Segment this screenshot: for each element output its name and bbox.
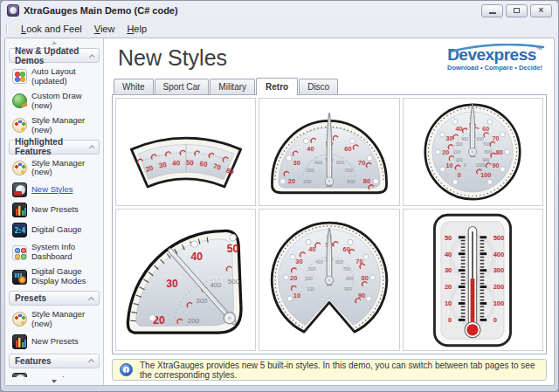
sidebar-item-system-info-dashboard[interactable]: System Info Dashboard — [5, 240, 103, 265]
minimize-button[interactable] — [481, 4, 503, 17]
svg-text:0: 0 — [464, 163, 466, 168]
sidebar-item-label: New Styles — [31, 185, 101, 195]
svg-text:80: 80 — [363, 177, 370, 185]
svg-text:60: 60 — [344, 145, 351, 153]
sidebar-item-label: New Presets — [31, 337, 101, 347]
svg-text:700: 700 — [342, 266, 350, 272]
svg-text:400: 400 — [461, 137, 468, 141]
svg-text:300: 300 — [308, 266, 316, 272]
svg-text:100: 100 — [307, 285, 314, 291]
svg-text:80: 80 — [362, 274, 369, 282]
navigation-sidebar: New & Updated DemosAuto Layout (updated)… — [5, 38, 104, 385]
auto-layout-icon — [12, 69, 27, 84]
nav-header-highlighted-features[interactable]: Highlighted Features — [9, 140, 100, 155]
svg-text:300: 300 — [196, 297, 208, 305]
sidebar-item-custom-draw-new[interactable]: Custom Draw (new) — [5, 89, 103, 113]
style-manager-icon — [12, 118, 27, 133]
sidebar-item-label: Style Manager (new) — [31, 116, 101, 135]
scroll-down-icon — [52, 380, 57, 383]
logo-swoosh-icon — [449, 44, 545, 52]
svg-text:800: 800 — [348, 179, 355, 184]
tab-retro[interactable]: Retro — [256, 78, 298, 95]
gauge-cell-thermometer-gauge: 001010020200303004040050500 — [403, 209, 543, 351]
new-presets-icon — [12, 203, 27, 217]
svg-text:30: 30 — [445, 266, 452, 274]
system-info-icon — [12, 245, 27, 260]
close-icon: × — [539, 6, 544, 15]
svg-text:0: 0 — [448, 316, 452, 324]
menu-item-view[interactable]: View — [88, 22, 121, 36]
svg-text:50: 50 — [186, 159, 195, 167]
maximize-icon — [514, 8, 520, 13]
svg-text:600: 600 — [336, 160, 344, 165]
menu-bar: Look and FeelViewHelp — [1, 20, 558, 38]
svg-text:300: 300 — [456, 142, 463, 147]
maximize-button[interactable] — [506, 4, 528, 17]
svg-text:800: 800 — [346, 276, 354, 281]
sidebar-item-digital-gauge-display-modes[interactable]: Digital Gauge Display Modes — [5, 265, 103, 289]
title-bar: XtraGauges Main Demo (C# code) × — [1, 1, 558, 20]
circular-gauge: 0102030405060708090100010020030040050060… — [407, 99, 538, 205]
svg-text:30: 30 — [293, 159, 300, 167]
logo-tagline: Download • Compare • Decide! — [447, 65, 542, 72]
svg-text:70: 70 — [358, 159, 365, 167]
minimize-icon — [489, 12, 496, 14]
app-window: XtraGauges Main Demo (C# code) × Look an… — [0, 0, 559, 392]
sidebar-item-new-presets[interactable]: New Presets — [5, 332, 103, 352]
svg-text:400: 400 — [314, 160, 322, 165]
tab-sport-car[interactable]: Sport Car — [155, 79, 210, 94]
digital-modes-icon — [12, 270, 27, 285]
svg-text:20: 20 — [445, 283, 452, 291]
svg-text:30: 30 — [166, 278, 178, 290]
sidebar-item-new-styles[interactable]: New Styles — [5, 370, 103, 377]
sidebar-item-style-manager-new[interactable]: Style Manager (new) — [5, 156, 103, 181]
info-text: The XtraGauges provides new 5 built-in s… — [140, 361, 539, 380]
svg-text:400: 400 — [315, 259, 323, 265]
sidebar-scroll-up[interactable] — [5, 38, 103, 46]
svg-text:600: 600 — [477, 137, 484, 141]
new-styles-icon — [12, 182, 27, 197]
nav-header-presets[interactable]: Presets — [9, 291, 100, 306]
sidebar-item-label: Digital Gauge Display Modes — [31, 267, 101, 286]
tab-disco[interactable]: Disco — [299, 79, 338, 94]
new-presets-icon — [12, 334, 27, 349]
svg-text:300: 300 — [306, 168, 314, 173]
sidebar-item-new-styles[interactable]: New Styles — [5, 180, 103, 200]
sidebar-item-style-manager-new[interactable]: Style Manager (new) — [5, 307, 103, 332]
close-button[interactable]: × — [530, 4, 552, 17]
sidebar-item-style-manager-new[interactable]: Style Manager (new) — [5, 113, 103, 138]
tab-military[interactable]: Military — [210, 79, 255, 94]
svg-text:40: 40 — [190, 251, 203, 263]
style-tabs: WhiteSport CarMilitaryRetroDisco — [114, 78, 547, 94]
sidebar-item-auto-layout-updated[interactable]: Auto Layout (updated) — [5, 65, 103, 89]
svg-text:20: 20 — [290, 274, 297, 282]
sidebar-item-new-presets[interactable]: New Presets — [5, 200, 103, 220]
svg-text:0: 0 — [458, 171, 461, 179]
menu-item-look-and-feel[interactable]: Look and Feel — [15, 22, 88, 36]
gauge-cell-circular-gauge: 0102030405060708090100010020030040050060… — [403, 98, 543, 206]
nav-header-new-updated-demos[interactable]: New & Updated Demos — [9, 48, 100, 63]
devexpress-logo: Devexpress™ Download • Compare • Decide! — [447, 46, 542, 72]
sidebar-item-label: System Info Dashboard — [31, 243, 101, 262]
sidebar-item-digital-gauge[interactable]: Digital Gauge — [5, 220, 103, 240]
nav-header-features[interactable]: Features — [9, 354, 100, 368]
svg-text:90: 90 — [493, 162, 500, 169]
tab-white[interactable]: White — [114, 79, 154, 94]
svg-text:200: 200 — [305, 276, 313, 281]
svg-text:200: 200 — [454, 150, 461, 155]
nav-header-label: New & Updated Demos — [15, 46, 90, 65]
menu-item-help[interactable]: Help — [121, 22, 153, 36]
svg-text:50: 50 — [226, 243, 238, 255]
svg-text:30: 30 — [295, 257, 302, 265]
digital-gauge-icon — [12, 223, 27, 237]
svg-text:60: 60 — [483, 125, 490, 133]
gauge-cell-semicircle-gauge: 20304050607080200300400500600700800 — [259, 98, 399, 206]
sidebar-scroll-down[interactable] — [5, 377, 103, 385]
svg-text:40: 40 — [308, 244, 315, 252]
svg-text:500: 500 — [493, 233, 505, 241]
notched-gauge: 1020304050607080901002003004005006007008… — [261, 217, 397, 344]
svg-text:800: 800 — [485, 150, 492, 155]
svg-text:80: 80 — [496, 148, 503, 156]
svg-text:900: 900 — [483, 158, 490, 162]
sidebar-item-label: Custom Draw (new) — [31, 92, 101, 111]
